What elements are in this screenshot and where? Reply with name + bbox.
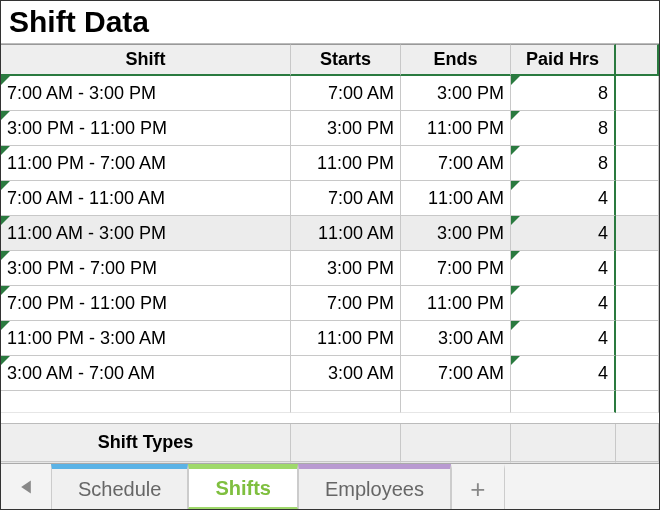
cell-starts[interactable]: 7:00 AM <box>291 76 401 111</box>
cell-shift[interactable]: 7:00 AM - 3:00 PM <box>1 76 291 111</box>
table-row[interactable]: 7:00 AM - 11:00 AM7:00 AM11:00 AM4 <box>1 181 659 216</box>
table-row[interactable]: 7:00 AM - 3:00 PM7:00 AM3:00 PM8 <box>1 76 659 111</box>
cell-hrs[interactable]: 4 <box>511 251 616 286</box>
col-extra <box>616 44 659 76</box>
cell-shift[interactable]: 11:00 PM - 3:00 AM <box>1 321 291 356</box>
tab-schedule[interactable]: Schedule <box>51 464 188 509</box>
table-row[interactable]: 11:00 AM - 3:00 PM11:00 AM3:00 PM4 <box>1 216 659 251</box>
cell-ends[interactable]: 11:00 PM <box>401 286 511 321</box>
cell-starts[interactable]: 7:00 PM <box>291 286 401 321</box>
svg-marker-0 <box>21 480 31 493</box>
blank-area <box>1 462 659 463</box>
cell-starts[interactable]: 3:00 PM <box>291 111 401 146</box>
cell-shift[interactable]: 7:00 AM - 11:00 AM <box>1 181 291 216</box>
tab-nav-first[interactable] <box>1 464 51 509</box>
cell-extra <box>616 356 659 391</box>
table-row[interactable]: 11:00 PM - 3:00 AM11:00 PM3:00 AM4 <box>1 321 659 356</box>
cell-hrs[interactable]: 8 <box>511 76 616 111</box>
cell-extra <box>616 181 659 216</box>
col-ends[interactable]: Ends <box>401 44 511 76</box>
cell-starts[interactable]: 11:00 AM <box>291 216 401 251</box>
cell-hrs[interactable]: 4 <box>511 321 616 356</box>
cell-shift[interactable]: 7:00 PM - 11:00 PM <box>1 286 291 321</box>
cell-starts[interactable]: 3:00 PM <box>291 251 401 286</box>
cell-starts[interactable]: 7:00 AM <box>291 181 401 216</box>
table-row[interactable]: 11:00 PM - 7:00 AM11:00 PM7:00 AM8 <box>1 146 659 181</box>
cell-ends[interactable]: 3:00 PM <box>401 216 511 251</box>
cell-shift[interactable]: 11:00 PM - 7:00 AM <box>1 146 291 181</box>
cell-ends[interactable]: 3:00 AM <box>401 321 511 356</box>
cell-hrs[interactable]: 4 <box>511 181 616 216</box>
blank-row <box>1 391 659 423</box>
cell-extra <box>616 76 659 111</box>
cell-hrs[interactable]: 8 <box>511 111 616 146</box>
cell-ends[interactable]: 3:00 PM <box>401 76 511 111</box>
page-title: Shift Data <box>1 1 659 44</box>
table-row[interactable]: 3:00 PM - 7:00 PM3:00 PM7:00 PM4 <box>1 251 659 286</box>
cell-starts[interactable]: 11:00 PM <box>291 146 401 181</box>
cell-shift[interactable]: 11:00 AM - 3:00 PM <box>1 216 291 251</box>
cell-extra <box>616 286 659 321</box>
header-row: Shift Starts Ends Paid Hrs <box>1 44 659 76</box>
cell-hrs[interactable]: 4 <box>511 356 616 391</box>
cell-ends[interactable]: 7:00 AM <box>401 356 511 391</box>
cell-shift[interactable]: 3:00 PM - 11:00 PM <box>1 111 291 146</box>
cell-hrs[interactable]: 4 <box>511 216 616 251</box>
cell-starts[interactable]: 11:00 PM <box>291 321 401 356</box>
tab-shifts[interactable]: Shifts <box>188 464 298 509</box>
col-starts[interactable]: Starts <box>291 44 401 76</box>
tab-employees[interactable]: Employees <box>298 464 451 509</box>
cell-extra <box>616 111 659 146</box>
tab-add[interactable]: + <box>451 464 505 509</box>
cell-starts[interactable]: 3:00 AM <box>291 356 401 391</box>
cell-extra <box>616 251 659 286</box>
cell-ends[interactable]: 11:00 AM <box>401 181 511 216</box>
table-row[interactable]: 7:00 PM - 11:00 PM7:00 PM11:00 PM4 <box>1 286 659 321</box>
cell-extra <box>616 321 659 356</box>
cell-ends[interactable]: 7:00 AM <box>401 146 511 181</box>
cell-extra <box>616 216 659 251</box>
cell-hrs[interactable]: 8 <box>511 146 616 181</box>
cell-shift[interactable]: 3:00 AM - 7:00 AM <box>1 356 291 391</box>
cell-hrs[interactable]: 4 <box>511 286 616 321</box>
shift-types-header[interactable]: Shift Types <box>1 424 291 462</box>
sheet-tabs: Schedule Shifts Employees + <box>1 463 659 509</box>
cell-extra <box>616 146 659 181</box>
table-row[interactable]: 3:00 PM - 11:00 PM3:00 PM11:00 PM8 <box>1 111 659 146</box>
cell-shift[interactable]: 3:00 PM - 7:00 PM <box>1 251 291 286</box>
table-row[interactable]: 3:00 AM - 7:00 AM3:00 AM7:00 AM4 <box>1 356 659 391</box>
col-hrs[interactable]: Paid Hrs <box>511 44 616 76</box>
cell-ends[interactable]: 7:00 PM <box>401 251 511 286</box>
col-shift[interactable]: Shift <box>1 44 291 76</box>
shift-grid: Shift Starts Ends Paid Hrs 7:00 AM - 3:0… <box>1 44 659 463</box>
section-shift-types: Shift Types <box>1 423 659 462</box>
cell-ends[interactable]: 11:00 PM <box>401 111 511 146</box>
